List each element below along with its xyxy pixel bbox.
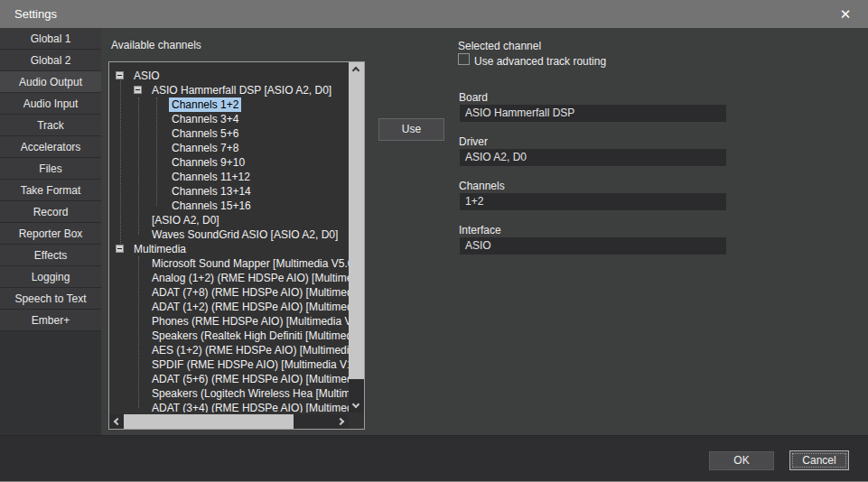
tree-row[interactable]: Channels 15+16	[109, 199, 349, 213]
sidebar-item-files[interactable]: Files	[0, 158, 101, 180]
advanced-routing-checkbox[interactable]	[458, 53, 470, 65]
tree-item-label[interactable]: Channels 11+12	[172, 170, 250, 184]
tree-item-label[interactable]: Waves SoundGrid ASIO [ASIO A2, D0]	[152, 227, 338, 242]
tree-row[interactable]: Multimedia	[109, 242, 349, 256]
tree-item-label[interactable]: Channels 5+6	[172, 126, 238, 141]
tree-row[interactable]: SPDIF (RME HDSPe AIO) [Multimedia V10.0]	[109, 357, 349, 372]
selected-channel-heading: Selected channel	[458, 40, 541, 52]
use-button[interactable]: Use	[378, 118, 444, 141]
field-value-interface[interactable]: ASIO	[460, 237, 726, 255]
tree-item-label[interactable]: Analog (1+2) (RME HDSPe AIO) [Multimedia…	[152, 271, 349, 285]
tree-row[interactable]: ADAT (7+8) (RME HDSPe AIO) [Multimedia V…	[109, 285, 349, 300]
sidebar-item-audio-output[interactable]: Audio Output	[0, 71, 101, 93]
scroll-right-icon[interactable]	[337, 418, 344, 425]
tree-item-label[interactable]: Channels 15+16	[172, 199, 251, 213]
tree-row[interactable]: Channels 3+4	[109, 112, 349, 126]
sidebar-item-audio-input[interactable]: Audio Input	[0, 93, 101, 115]
ok-button[interactable]: OK	[709, 451, 774, 470]
available-channels-listbox: ASIOASIO Hammerfall DSP [ASIO A2, D0]Cha…	[108, 61, 365, 430]
channel-tree: ASIOASIO Hammerfall DSP [ASIO A2, D0]Cha…	[109, 62, 349, 412]
advanced-routing-checkbox-label: Use advanced track routing	[474, 55, 606, 68]
window-title: Settings	[0, 7, 57, 21]
sidebar-item-logging[interactable]: Logging	[0, 266, 101, 288]
tree-item-label[interactable]: Channels 3+4	[172, 112, 238, 126]
tree-row[interactable]: Microsoft Sound Mapper [Multimedia V5.0]	[109, 256, 349, 271]
tree-item-label[interactable]: [ASIO A2, D0]	[152, 213, 219, 227]
field-label-channels: Channels	[459, 180, 505, 192]
tree-row[interactable]: Channels 7+8	[109, 141, 349, 155]
tree-row[interactable]: Channels 5+6	[109, 126, 349, 141]
tree-item-label[interactable]: Channels 7+8	[172, 141, 238, 155]
tree-row[interactable]: AES (1+2) (RME HDSPe AIO) [Multimedia V1…	[109, 343, 349, 357]
field-label-driver: Driver	[459, 135, 488, 148]
vertical-scrollbar[interactable]	[349, 62, 364, 412]
field-label-board: Board	[459, 91, 488, 104]
sidebar-item-take-format[interactable]: Take Format	[0, 180, 101, 201]
scroll-down-icon[interactable]	[352, 401, 359, 408]
tree-row[interactable]: Speakers (Realtek High Definiti [Multime…	[109, 329, 349, 343]
sidebar-item-speech-to-text[interactable]: Speech to Text	[0, 288, 101, 310]
settings-sidebar: Global 1Global 2Audio OutputAudio InputT…	[0, 28, 101, 435]
collapse-icon[interactable]	[116, 245, 124, 253]
tree-item-label[interactable]: Speakers (Realtek High Definiti [Multime…	[152, 329, 349, 343]
tree-item-label-selected[interactable]: Channels 1+2	[169, 97, 241, 112]
tree-row[interactable]: ADAT (5+6) (RME HDSPe AIO) [Multimedia V…	[109, 372, 349, 386]
tree-row[interactable]: Channels 1+2	[109, 97, 349, 112]
tree-row[interactable]: ADAT (1+2) (RME HDSPe AIO) [Multimedia V…	[109, 300, 349, 314]
sidebar-item-ember-[interactable]: Ember+	[0, 310, 101, 331]
sidebar-item-track[interactable]: Track	[0, 115, 101, 136]
tree-item-label[interactable]: Speakers (Logitech Wireless Hea [Multime…	[152, 386, 349, 401]
field-value-channels[interactable]: 1+2	[460, 193, 726, 210]
footer-bar: OK Cancel	[0, 435, 868, 482]
tree-item-label[interactable]: AES (1+2) (RME HDSPe AIO) [Multimedia V1…	[152, 343, 349, 357]
tree-item-label[interactable]: Microsoft Sound Mapper [Multimedia V5.0]	[152, 256, 349, 271]
vertical-scrollbar-thumb[interactable]	[349, 62, 364, 379]
field-value-board[interactable]: ASIO Hammerfall DSP	[460, 105, 726, 122]
tree-item-label[interactable]: Phones (RME HDSPe AIO) [Multimedia V10.0…	[152, 314, 349, 329]
scrollbar-corner	[349, 414, 364, 429]
close-icon[interactable]: ✕	[830, 0, 861, 28]
tree-row[interactable]: Analog (1+2) (RME HDSPe AIO) [Multimedia…	[109, 271, 349, 285]
collapse-icon[interactable]	[134, 86, 142, 94]
tree-item-label[interactable]: SPDIF (RME HDSPe AIO) [Multimedia V10.0]	[152, 357, 349, 372]
sidebar-item-record[interactable]: Record	[0, 201, 101, 223]
tree-row[interactable]: Channels 13+14	[109, 184, 349, 199]
tree-item-label[interactable]: ADAT (3+4) (RME HDSPe AIO) [Multimedia V…	[152, 401, 349, 412]
tree-item-label[interactable]: ASIO	[134, 69, 160, 83]
tree-item-label[interactable]: ADAT (5+6) (RME HDSPe AIO) [Multimedia V…	[152, 372, 349, 386]
tree-row[interactable]: Channels 11+12	[109, 170, 349, 184]
tree-row[interactable]: ASIO Hammerfall DSP [ASIO A2, D0]	[109, 83, 349, 97]
sidebar-item-reporter-box[interactable]: Reporter Box	[0, 223, 101, 245]
scroll-left-icon[interactable]	[114, 418, 121, 425]
tree-row[interactable]: [ASIO A2, D0]	[109, 213, 349, 227]
tree-row[interactable]: ASIO	[109, 69, 349, 83]
tree-row[interactable]: Speakers (Logitech Wireless Hea [Multime…	[109, 386, 349, 401]
horizontal-scrollbar[interactable]	[109, 414, 349, 429]
tree-item-label[interactable]: ASIO Hammerfall DSP [ASIO A2, D0]	[152, 83, 331, 97]
tree-item-label[interactable]: Channels 9+10	[172, 155, 245, 170]
tree-item-label[interactable]: Channels 13+14	[172, 184, 251, 199]
tree-row[interactable]: ADAT (3+4) (RME HDSPe AIO) [Multimedia V…	[109, 401, 349, 412]
tree-item-label[interactable]: ADAT (7+8) (RME HDSPe AIO) [Multimedia V…	[152, 285, 349, 300]
sidebar-item-accelerators[interactable]: Accelerators	[0, 136, 101, 158]
sidebar-item-global-1[interactable]: Global 1	[0, 28, 101, 50]
tree-item-label[interactable]: Multimedia	[134, 242, 186, 256]
horizontal-scrollbar-thumb[interactable]	[124, 414, 294, 429]
field-value-driver[interactable]: ASIO A2, D0	[460, 149, 726, 166]
collapse-icon[interactable]	[116, 71, 124, 79]
tree-row[interactable]: Waves SoundGrid ASIO [ASIO A2, D0]	[109, 227, 349, 242]
title-bar: Settings ✕	[0, 0, 868, 28]
available-channels-label: Available channels	[111, 39, 201, 51]
sidebar-item-effects[interactable]: Effects	[0, 245, 101, 266]
sidebar-item-global-2[interactable]: Global 2	[0, 50, 101, 71]
field-label-interface: Interface	[459, 224, 501, 236]
tree-row[interactable]: Channels 9+10	[109, 155, 349, 170]
settings-dialog: Settings ✕ Global 1Global 2Audio OutputA…	[0, 0, 868, 482]
cancel-button[interactable]: Cancel	[789, 450, 849, 470]
tree-item-label[interactable]: ADAT (1+2) (RME HDSPe AIO) [Multimedia V…	[152, 300, 349, 314]
tree-row[interactable]: Phones (RME HDSPe AIO) [Multimedia V10.0…	[109, 314, 349, 329]
